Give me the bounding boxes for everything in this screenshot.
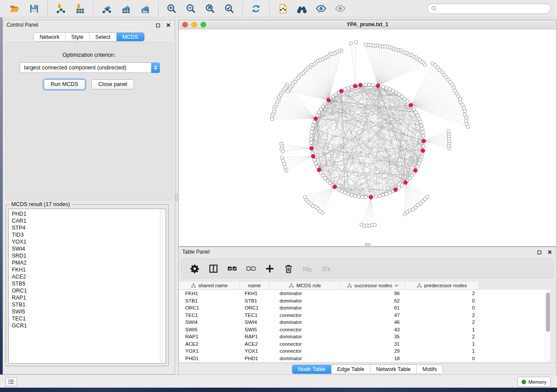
- table-row[interactable]: FKH1FKH1dominator962: [179, 290, 550, 297]
- table-cell: TEC1: [179, 313, 240, 318]
- add-column-icon: [265, 264, 275, 274]
- tab-select[interactable]: Select: [90, 33, 117, 41]
- mcds-result-item[interactable]: FKH1: [9, 266, 166, 273]
- add-column-button[interactable]: [264, 263, 275, 274]
- mcds-result-item[interactable]: TID3: [9, 231, 166, 238]
- vertical-splitter-handle[interactable]: [175, 193, 178, 201]
- mcds-result-item[interactable]: STB1: [9, 301, 166, 308]
- table-row[interactable]: TEC1TEC1connector472: [179, 312, 550, 319]
- hide-graphics-details-button[interactable]: [315, 3, 327, 14]
- zoom-out-button[interactable]: [185, 3, 197, 14]
- import-table-button[interactable]: [74, 3, 86, 14]
- select-all-columns-button[interactable]: [226, 263, 238, 274]
- zoom-in-button[interactable]: [166, 3, 177, 14]
- window-minimize-light[interactable]: [191, 22, 197, 28]
- search-input[interactable]: [437, 4, 550, 13]
- table-cell: 2: [405, 291, 479, 296]
- table-cell: 2: [405, 320, 479, 325]
- task-history-button[interactable]: [5, 377, 17, 386]
- export-network-button[interactable]: [101, 3, 112, 14]
- table-cell: FKH1: [240, 291, 270, 296]
- mcds-result-item[interactable]: ORC1: [9, 287, 166, 294]
- criterion-select[interactable]: largest connected component (undirected): [20, 62, 160, 73]
- close-panel-button[interactable]: Close panel: [91, 79, 134, 89]
- window-close-light[interactable]: [182, 22, 188, 28]
- mcds-result-item[interactable]: STB5: [9, 280, 166, 287]
- tab-network[interactable]: Network: [34, 33, 66, 41]
- horizontal-splitter-handle[interactable]: [365, 243, 370, 246]
- search-binoculars-button[interactable]: [296, 3, 308, 14]
- table-cell: YOX1: [240, 348, 270, 354]
- column-header-mcds-role[interactable]: MCDS role: [270, 281, 341, 290]
- table-options-gear-button[interactable]: [189, 263, 200, 274]
- memory-button[interactable]: Memory: [517, 377, 551, 387]
- show-graphics-details-icon: [335, 3, 346, 14]
- search-box[interactable]: [427, 3, 551, 14]
- show-columns-button[interactable]: [208, 263, 219, 274]
- zoom-fit-button[interactable]: [204, 3, 216, 14]
- import-network-icon: [55, 3, 66, 14]
- deselect-all-columns-button[interactable]: [245, 263, 256, 274]
- column-header-successor-nodes[interactable]: successor nodes: [341, 281, 405, 290]
- tab-style[interactable]: Style: [66, 33, 90, 41]
- table-row[interactable]: ACE2ACE2connector311: [179, 340, 550, 348]
- float-panel-icon[interactable]: [155, 22, 161, 28]
- share-document-button[interactable]: [277, 3, 288, 14]
- table-body: FKH1FKH1dominator962STB1STB1dominator620…: [179, 290, 550, 362]
- table-row[interactable]: PHD1PHD1dominator180: [179, 355, 550, 362]
- mcds-result-item[interactable]: ACE2: [9, 273, 166, 280]
- mcds-result-item[interactable]: TEC1: [9, 315, 166, 322]
- tab-edge-table[interactable]: Edge Table: [332, 365, 370, 374]
- optimization-criterion-label: Optimization criterion:: [6, 52, 172, 58]
- close-panel-icon[interactable]: [165, 22, 171, 28]
- mcds-result-item[interactable]: SWI5: [9, 308, 166, 315]
- open-file-icon: [10, 3, 20, 14]
- table-cell: 96: [341, 291, 405, 296]
- mcds-result-item[interactable]: GCR1: [9, 322, 166, 329]
- deselect-all-columns-icon: [246, 264, 256, 274]
- save-session-button[interactable]: [28, 3, 40, 14]
- table-panel-title: Table Panel: [182, 249, 210, 255]
- export-table-button[interactable]: [120, 3, 131, 14]
- import-network-button[interactable]: [55, 3, 66, 14]
- tab-mcds[interactable]: MCDS: [117, 33, 144, 41]
- window-maximize-light[interactable]: [201, 22, 206, 28]
- column-header-predecessor-nodes[interactable]: predecessor nodes: [405, 281, 479, 290]
- table-row[interactable]: ORC1ORC1dominator610: [179, 304, 550, 312]
- mcds-result-item[interactable]: RAP1: [9, 294, 166, 301]
- table-row[interactable]: STB1STB1dominator620: [179, 297, 550, 305]
- network-view-window: YPA_prune.txt_1: [178, 20, 557, 247]
- hide-graphics-details-icon: [316, 3, 326, 14]
- mcds-result-list[interactable]: PHD1CAR1STP4TID3YOX1SWI4SRD1PMA2FKH1ACE2…: [8, 209, 166, 364]
- tab-network-table[interactable]: Network Table: [370, 365, 417, 374]
- run-mcds-button[interactable]: Run MCDS: [44, 79, 85, 89]
- table-row[interactable]: YOX1YOX1connector291: [179, 347, 550, 355]
- tab-motifs[interactable]: Motifs: [417, 365, 443, 374]
- close-table-panel-icon[interactable]: [547, 249, 553, 255]
- mcds-result-item[interactable]: PHD1: [9, 210, 166, 217]
- float-table-panel-icon[interactable]: [536, 249, 543, 255]
- column-header-shared-name[interactable]: shared name: [179, 281, 240, 290]
- export-image-button[interactable]: [139, 3, 151, 14]
- mcds-result-item[interactable]: PMA2: [9, 259, 166, 266]
- mcds-list-scrollbar[interactable]: [160, 209, 166, 363]
- network-graph-canvas[interactable]: [179, 29, 556, 246]
- table-row[interactable]: SWI4SWI4dominator462: [179, 319, 550, 326]
- table-scrollbar-thumb[interactable]: [546, 292, 550, 332]
- mcds-result-item[interactable]: SRD1: [9, 252, 166, 259]
- tab-node-table[interactable]: Node Table: [292, 365, 332, 374]
- open-file-button[interactable]: [9, 3, 21, 14]
- table-cell: 1: [405, 348, 479, 354]
- mcds-result-item[interactable]: SWI4: [9, 245, 166, 252]
- delete-columns-button[interactable]: [283, 263, 294, 274]
- table-row[interactable]: SWI5SWI5connector431: [179, 326, 550, 334]
- column-header-name[interactable]: name: [240, 281, 270, 290]
- table-cell: SWI5: [240, 327, 270, 332]
- table-row[interactable]: RAP1RAP1dominator352: [179, 333, 550, 340]
- mcds-result-item[interactable]: YOX1: [9, 238, 166, 245]
- refresh-button[interactable]: [250, 3, 262, 14]
- table-scrollbar[interactable]: [545, 290, 551, 361]
- mcds-result-item[interactable]: STP4: [9, 224, 166, 231]
- zoom-selected-button[interactable]: [224, 3, 235, 14]
- mcds-result-item[interactable]: CAR1: [9, 217, 166, 224]
